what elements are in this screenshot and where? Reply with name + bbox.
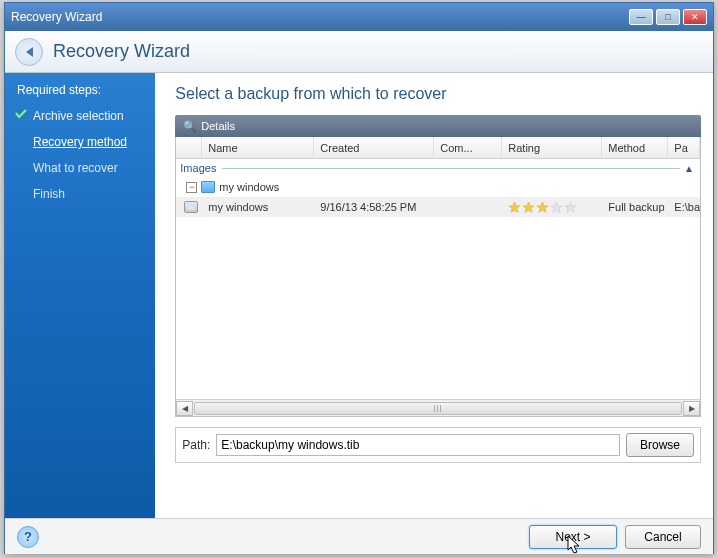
details-icon: 🔍 bbox=[183, 120, 197, 133]
step-label: Recovery method bbox=[33, 135, 127, 149]
main-panel: Select a backup from which to recover 🔍 … bbox=[155, 73, 713, 518]
path-label: Path: bbox=[182, 438, 210, 452]
sidebar-header: Required steps: bbox=[5, 77, 155, 103]
cell-name: my windows bbox=[202, 201, 314, 213]
next-button[interactable]: Next > bbox=[529, 525, 617, 549]
group-label: Images bbox=[180, 162, 216, 174]
cancel-button[interactable]: Cancel bbox=[625, 525, 701, 549]
column-comments[interactable]: Com... bbox=[434, 137, 502, 158]
back-arrow-icon bbox=[26, 47, 33, 57]
group-images[interactable]: Images ▲ bbox=[176, 159, 700, 177]
disk-icon bbox=[184, 201, 198, 213]
tree-root-row[interactable]: − my windows bbox=[176, 177, 700, 197]
scroll-right-button[interactable]: ▶ bbox=[683, 401, 700, 416]
details-bar[interactable]: 🔍 Details bbox=[175, 115, 701, 137]
cell-rating[interactable] bbox=[502, 201, 602, 214]
path-input[interactable] bbox=[216, 434, 620, 456]
window-title: Recovery Wizard bbox=[11, 10, 629, 24]
star-empty-icon bbox=[550, 201, 563, 214]
step-recovery-method[interactable]: Recovery method bbox=[5, 129, 155, 155]
column-spacer bbox=[176, 137, 202, 158]
sidebar: Required steps: Archive selection Recove… bbox=[5, 73, 155, 518]
footer-buttons: Next > Cancel bbox=[529, 525, 701, 549]
list-body: Images ▲ − my windows my windows bbox=[176, 159, 700, 399]
wizard-title: Recovery Wizard bbox=[53, 41, 190, 62]
star-filled-icon bbox=[508, 201, 521, 214]
tree-root-label: my windows bbox=[219, 181, 279, 193]
column-path[interactable]: Pa bbox=[668, 137, 700, 158]
step-archive-selection[interactable]: Archive selection bbox=[5, 103, 155, 129]
column-rating[interactable]: Rating bbox=[502, 137, 602, 158]
browse-button[interactable]: Browse bbox=[626, 433, 694, 457]
column-created[interactable]: Created bbox=[314, 137, 434, 158]
minimize-button[interactable]: — bbox=[629, 9, 653, 25]
page-title: Select a backup from which to recover bbox=[175, 85, 701, 103]
column-name[interactable]: Name bbox=[202, 137, 314, 158]
cell-method: Full backup bbox=[602, 201, 668, 213]
step-what-to-recover[interactable]: What to recover bbox=[5, 155, 155, 181]
step-label: Archive selection bbox=[33, 109, 124, 123]
close-button[interactable]: ✕ bbox=[683, 9, 707, 25]
tree-collapse-icon[interactable]: − bbox=[186, 182, 197, 193]
group-divider bbox=[222, 168, 680, 169]
horizontal-scrollbar[interactable]: ◀ ▶ bbox=[176, 399, 700, 416]
column-method[interactable]: Method bbox=[602, 137, 668, 158]
footer: ? Next > Cancel bbox=[5, 518, 713, 554]
column-headers: Name Created Com... Rating Method Pa bbox=[176, 137, 700, 159]
star-filled-icon bbox=[522, 201, 535, 214]
details-label: Details bbox=[201, 120, 235, 132]
scroll-left-button[interactable]: ◀ bbox=[176, 401, 193, 416]
wizard-header: Recovery Wizard bbox=[5, 31, 713, 73]
step-finish[interactable]: Finish bbox=[5, 181, 155, 207]
path-row: Path: Browse bbox=[175, 427, 701, 463]
backup-row[interactable]: my windows 9/16/13 4:58:25 PM Full backu… bbox=[176, 197, 700, 217]
maximize-button[interactable]: □ bbox=[656, 9, 680, 25]
window-controls: — □ ✕ bbox=[629, 9, 707, 25]
cell-created: 9/16/13 4:58:25 PM bbox=[314, 201, 434, 213]
cell-path: E:\ba bbox=[668, 201, 700, 213]
titlebar[interactable]: Recovery Wizard — □ ✕ bbox=[5, 3, 713, 31]
recovery-wizard-window: Recovery Wizard — □ ✕ Recovery Wizard Re… bbox=[4, 2, 714, 554]
step-label: Finish bbox=[33, 187, 65, 201]
star-filled-icon bbox=[536, 201, 549, 214]
back-button[interactable] bbox=[15, 38, 43, 66]
step-label: What to recover bbox=[33, 161, 118, 175]
folder-icon bbox=[201, 181, 215, 193]
star-empty-icon bbox=[564, 201, 577, 214]
collapse-caret-icon[interactable]: ▲ bbox=[684, 163, 700, 174]
scroll-thumb[interactable] bbox=[194, 402, 682, 415]
backup-list: Name Created Com... Rating Method Pa Ima… bbox=[175, 137, 701, 417]
checkmark-icon bbox=[15, 109, 27, 121]
wizard-body: Required steps: Archive selection Recove… bbox=[5, 73, 713, 518]
help-button[interactable]: ? bbox=[17, 526, 39, 548]
